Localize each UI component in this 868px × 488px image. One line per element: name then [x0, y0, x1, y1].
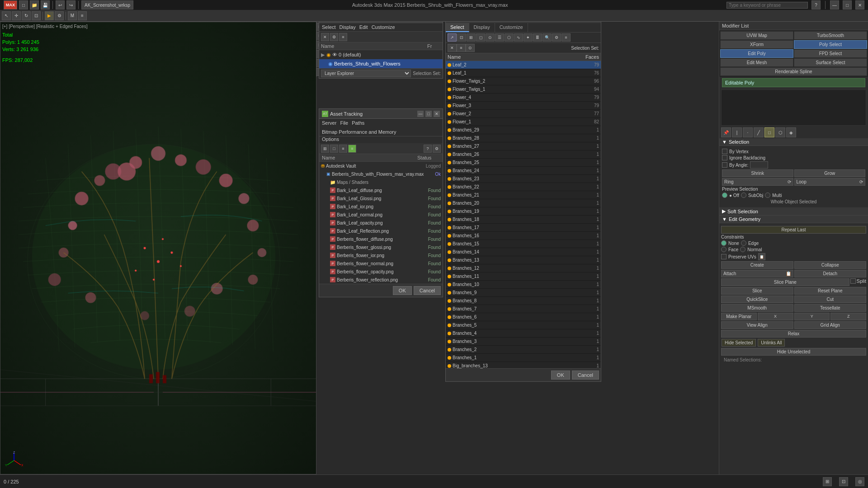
- layer-explorer-select[interactable]: Layer Explorer: [321, 70, 411, 77]
- quickslice-btn[interactable]: QuickSlice: [721, 296, 793, 303]
- angle-input[interactable]: 45.0: [750, 161, 768, 169]
- scene-item[interactable]: Branches_22 1: [446, 183, 601, 191]
- mod-turbo-smooth[interactable]: TurboSmooth: [794, 31, 867, 40]
- at-tool-2[interactable]: □: [330, 145, 338, 153]
- screenshot-btn[interactable]: AK_Screenshot_wrksp: [81, 0, 133, 9]
- repeat-last-btn[interactable]: Repeat Last: [721, 226, 866, 234]
- at-row-vault[interactable]: ⛃ Autodesk Vault Logged: [319, 162, 443, 170]
- scene-item[interactable]: Branches_10 1: [446, 281, 601, 289]
- at-menu-paths[interactable]: Paths: [352, 120, 364, 126]
- save-btn[interactable]: 💾: [41, 0, 50, 9]
- scene-item[interactable]: Branches_13 1: [446, 256, 601, 264]
- at-file-row[interactable]: PBerberis_flower_normal.pngFound: [319, 259, 443, 267]
- at-tool-help[interactable]: ?: [424, 145, 432, 153]
- unlink-all-btn[interactable]: Unlinks All: [758, 339, 785, 347]
- scene-item[interactable]: Branches_8 1: [446, 297, 601, 305]
- scene-item[interactable]: Flower_2 77: [446, 110, 601, 118]
- status-btn-3[interactable]: ◎: [855, 477, 864, 486]
- preserve-uvs-icon[interactable]: 📋: [758, 253, 765, 260]
- scene-item[interactable]: Flower_Twigs_1 94: [446, 85, 601, 94]
- attach-btn[interactable]: Attach 📋: [721, 270, 793, 277]
- at-file-row[interactable]: PBark_Leaf_diffuse.pngFound: [319, 186, 443, 194]
- scene-item[interactable]: Leaf_2 79: [446, 61, 601, 69]
- radio-off[interactable]: [722, 192, 727, 198]
- close-btn[interactable]: ✕: [855, 0, 864, 9]
- select-btn[interactable]: ↖: [2, 11, 11, 20]
- scene-item[interactable]: Leaf_1 76: [446, 69, 601, 77]
- se-item-berberis[interactable]: ◉ Berberis_Shrub_with_Flowers: [319, 59, 443, 68]
- se-tool-1[interactable]: ✕: [321, 33, 329, 41]
- tessellate-btn[interactable]: Tessellate: [794, 304, 867, 312]
- detach-btn[interactable]: Detach: [794, 270, 867, 277]
- search-input[interactable]: [726, 2, 808, 9]
- at-file-row[interactable]: PBerberis_flower_diffuse.pngFound: [319, 235, 443, 243]
- icon-vertex[interactable]: ·: [743, 127, 753, 137]
- scene-item[interactable]: Branches_15 1: [446, 240, 601, 248]
- scene-item[interactable]: Branches_23 1: [446, 175, 601, 183]
- loop-btn[interactable]: Loop ⟳: [794, 178, 866, 186]
- mod-xform[interactable]: XForm: [720, 40, 793, 49]
- ss-btn-10[interactable]: ≣: [533, 33, 542, 42]
- make-planar-btn[interactable]: Make Planar: [721, 313, 757, 320]
- mod-edit-poly[interactable]: Edit Poly: [720, 49, 793, 58]
- radio-face[interactable]: [721, 247, 726, 252]
- scene-item[interactable]: Branches_1 1: [446, 354, 601, 362]
- at-tool-settings[interactable]: ⚙: [433, 145, 441, 153]
- ss-lock-icon[interactable]: ⊙: [466, 44, 475, 52]
- grow-btn[interactable]: Grow: [794, 169, 866, 177]
- at-cancel-btn[interactable]: Cancel: [414, 286, 441, 295]
- hide-unselected-btn[interactable]: Hide Unselected: [721, 348, 866, 356]
- view-align-btn[interactable]: View Align: [721, 321, 793, 329]
- scene-item[interactable]: Branches_14 1: [446, 248, 601, 256]
- menu-edit[interactable]: Edit: [359, 24, 368, 30]
- ss-cancel-btn[interactable]: Cancel: [572, 371, 599, 380]
- mod-uwv-map[interactable]: UVW Map: [720, 31, 793, 40]
- scene-item[interactable]: Branches_2 1: [446, 346, 601, 354]
- scene-item[interactable]: Branches_17 1: [446, 224, 601, 232]
- icon-edge[interactable]: ╱: [754, 127, 764, 137]
- ss-btn-9[interactable]: ✦: [524, 33, 533, 42]
- icon-expand[interactable]: |: [732, 127, 742, 137]
- ss-item-list[interactable]: Leaf_2 79 Leaf_1 76 Flower_Twigs_2 96 Fl…: [446, 61, 601, 368]
- at-minimize[interactable]: —: [417, 111, 424, 117]
- at-file-row[interactable]: PBark_Leaf_Reflection.pngFound: [319, 227, 443, 235]
- rotate-btn[interactable]: ↻: [22, 11, 31, 20]
- asset-tracking-titlebar[interactable]: AT Asset Tracking — □ ✕: [319, 109, 443, 119]
- scene-item[interactable]: Big_branches_13 1: [446, 362, 601, 368]
- msmooth-btn[interactable]: MSmooth: [721, 304, 793, 312]
- mod-fpd-select[interactable]: FPD Select: [794, 49, 867, 58]
- scene-item[interactable]: Branches_20 1: [446, 199, 601, 207]
- tab-customize[interactable]: Customize: [495, 23, 528, 32]
- scene-item[interactable]: Branches_5 1: [446, 321, 601, 329]
- cut-btn[interactable]: Cut: [794, 296, 867, 303]
- mod-poly-select[interactable]: Poly Select: [794, 40, 867, 49]
- scene-item[interactable]: Branches_29 1: [446, 126, 601, 134]
- scene-item[interactable]: Branches_11 1: [446, 272, 601, 281]
- scale-btn[interactable]: ⊡: [32, 11, 41, 20]
- ss-search-icon[interactable]: ✕: [448, 44, 457, 52]
- radio-multi[interactable]: [765, 192, 770, 198]
- at-menu-options[interactable]: Options: [322, 136, 339, 142]
- scene-item[interactable]: Branches_3 1: [446, 338, 601, 346]
- tab-display[interactable]: Display: [469, 23, 495, 32]
- y-btn[interactable]: Y: [794, 313, 830, 320]
- by-angle-check[interactable]: [722, 162, 727, 168]
- expand-icon[interactable]: ▶: [321, 52, 326, 58]
- at-close[interactable]: ✕: [434, 111, 440, 117]
- shrink-btn[interactable]: Shrink: [722, 169, 793, 177]
- open-btn[interactable]: 📁: [30, 0, 39, 9]
- ss-btn-5[interactable]: ⊙: [486, 33, 495, 42]
- mod-edit-mesh[interactable]: Edit Mesh: [720, 58, 793, 67]
- at-file-row[interactable]: PBark_Leaf_Glossi.pngFound: [319, 194, 443, 202]
- ss-btn-1[interactable]: ↗: [448, 33, 457, 42]
- scene-explorer-btn[interactable]: ≡: [78, 11, 87, 20]
- at-tool-1[interactable]: ⊞: [321, 145, 329, 153]
- ss-btn-3[interactable]: ⊞: [467, 33, 476, 42]
- soft-selection-header[interactable]: ▶ Soft Selection: [719, 207, 868, 216]
- ss-btn-12[interactable]: ⚙: [552, 33, 561, 42]
- mod-surface-select[interactable]: Surface Select: [794, 58, 867, 67]
- at-file-row[interactable]: PBerberis_flower_reflection.pngFound: [319, 276, 443, 284]
- ring-btn[interactable]: Ring ⟳: [722, 178, 793, 186]
- radio-none[interactable]: [721, 240, 726, 246]
- status-btn-1[interactable]: ⊞: [823, 477, 832, 486]
